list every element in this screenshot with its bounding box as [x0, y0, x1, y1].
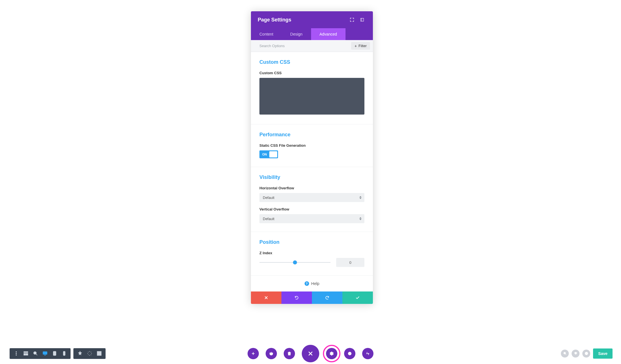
wireframe-icon[interactable] — [21, 348, 30, 359]
toggle-knob — [269, 151, 277, 157]
svg-line-9 — [36, 354, 37, 355]
toggle-state-label: ON — [262, 153, 267, 156]
tab-design[interactable]: Design — [282, 28, 311, 40]
search-bar: + Filter — [251, 40, 373, 52]
tablet-icon[interactable] — [50, 348, 59, 359]
redo-icon — [325, 295, 329, 300]
svg-point-3 — [16, 353, 16, 354]
z-index-slider[interactable] — [259, 260, 331, 265]
section-performance: Performance Static CSS File Generation O… — [251, 124, 373, 167]
search-page-icon[interactable] — [561, 350, 569, 358]
horizontal-overflow-select[interactable]: Default — [259, 193, 364, 202]
custom-css-input[interactable] — [259, 78, 364, 115]
svg-rect-0 — [361, 18, 364, 21]
phone-icon[interactable] — [59, 348, 69, 359]
close-main-button[interactable] — [302, 345, 319, 362]
search-input[interactable] — [259, 44, 351, 48]
horizontal-overflow-label: Horizontal Overflow — [259, 186, 364, 190]
click-icon[interactable] — [85, 348, 94, 359]
plus-icon: + — [355, 44, 357, 48]
horizontal-overflow-value: Default — [263, 196, 274, 200]
save-button[interactable]: Save — [593, 348, 613, 359]
expand-icon[interactable] — [348, 16, 356, 24]
svg-rect-5 — [24, 352, 28, 352]
desktop-icon[interactable] — [40, 348, 50, 359]
panel-title: Page Settings — [258, 17, 346, 23]
svg-line-25 — [565, 354, 566, 355]
section-visibility: Visibility Horizontal Overflow Default V… — [251, 167, 373, 232]
vertical-overflow-label: Vertical Overflow — [259, 207, 364, 211]
slider-thumb[interactable] — [293, 260, 297, 264]
panel-header: Page Settings — [251, 11, 373, 28]
static-css-toggle[interactable]: ON — [259, 150, 278, 158]
section-title-position: Position — [259, 239, 364, 245]
undo-icon — [294, 295, 299, 300]
z-index-row — [259, 258, 364, 267]
z-index-input[interactable] — [336, 258, 364, 267]
hover-icon[interactable] — [75, 348, 85, 359]
power-button[interactable] — [266, 348, 277, 359]
vertical-overflow-value: Default — [263, 217, 274, 221]
svg-rect-10 — [43, 352, 47, 354]
trash-button[interactable] — [284, 348, 295, 359]
builder-bottom-bar: Save — [0, 346, 621, 361]
svg-rect-14 — [63, 351, 65, 355]
portability-button[interactable] — [362, 348, 373, 359]
help-circle-icon[interactable] — [582, 350, 590, 358]
svg-rect-6 — [24, 354, 25, 355]
section-title-visibility: Visibility — [259, 174, 364, 180]
view-strip-1 — [10, 348, 71, 359]
tab-bar: Content Design Advanced — [251, 28, 373, 40]
svg-rect-15 — [97, 351, 101, 355]
svg-rect-13 — [53, 351, 56, 355]
check-icon — [355, 295, 360, 300]
layers-icon[interactable] — [572, 350, 580, 358]
svg-point-4 — [16, 354, 16, 355]
static-css-label: Static CSS File Generation — [259, 143, 364, 148]
help-icon: ? — [305, 281, 309, 286]
svg-point-22 — [331, 353, 332, 354]
tab-advanced[interactable]: Advanced — [311, 28, 346, 40]
custom-css-label: Custom CSS — [259, 71, 364, 75]
settings-button[interactable] — [326, 348, 337, 359]
help-link[interactable]: ? Help — [305, 281, 320, 286]
svg-point-24 — [564, 352, 566, 354]
filter-button[interactable]: + Filter — [351, 42, 370, 50]
grid-icon[interactable] — [94, 348, 104, 359]
more-vertical-icon[interactable] — [11, 348, 21, 359]
close-icon — [264, 295, 268, 300]
page-settings-panel: Page Settings Content Design Advanced + … — [251, 11, 373, 304]
undo-button[interactable] — [281, 291, 312, 304]
redo-button[interactable] — [312, 291, 342, 304]
right-toolbar: Save — [561, 348, 613, 359]
tab-content[interactable]: Content — [251, 28, 282, 40]
svg-point-8 — [34, 352, 36, 354]
section-title-custom-css: Custom CSS — [259, 59, 364, 65]
view-strip-2 — [73, 348, 106, 359]
svg-point-27 — [586, 354, 587, 354]
add-button[interactable] — [248, 348, 259, 359]
help-label: Help — [311, 281, 320, 286]
center-toolbar — [248, 345, 373, 362]
z-index-label: Z Index — [259, 251, 364, 255]
chevron-updown-icon — [359, 217, 362, 220]
svg-point-2 — [16, 351, 16, 352]
snap-left-icon[interactable] — [358, 16, 366, 24]
view-toolbar — [10, 348, 106, 359]
zoom-icon[interactable] — [30, 348, 40, 359]
section-custom-css: Custom CSS Custom CSS — [251, 52, 373, 124]
chevron-updown-icon — [359, 196, 362, 199]
section-position: Position Z Index — [251, 232, 373, 276]
filter-label: Filter — [358, 44, 367, 48]
panel-body: Custom CSS Custom CSS Performance Static… — [251, 52, 373, 291]
vertical-overflow-select[interactable]: Default — [259, 214, 364, 223]
svg-rect-7 — [26, 354, 28, 355]
confirm-button[interactable] — [342, 291, 373, 304]
help-row: ? Help — [251, 276, 373, 291]
history-button[interactable] — [344, 348, 355, 359]
panel-footer — [251, 291, 373, 304]
section-title-performance: Performance — [259, 132, 364, 138]
discard-button[interactable] — [251, 291, 281, 304]
